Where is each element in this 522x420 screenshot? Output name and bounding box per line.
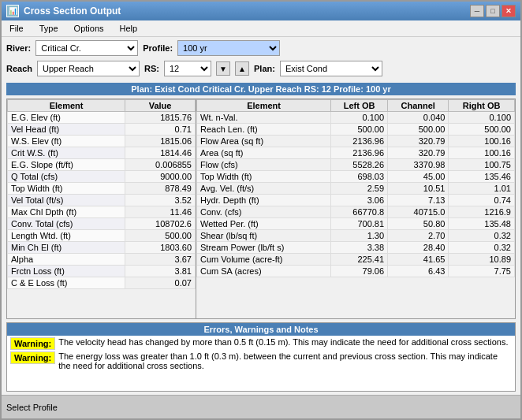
menu-help[interactable]: Help [115, 22, 143, 35]
right-row-value: 500.00 [388, 124, 449, 136]
left-row-value: 878.49 [125, 183, 196, 195]
right-row-value: 3.38 [331, 242, 388, 254]
errors-header: Errors, Warnings and Notes [7, 323, 515, 336]
table-row: E.G. Elev (ft)1815.76 [8, 112, 196, 124]
right-row-value: 45.00 [388, 171, 449, 183]
table-row: Vel Head (ft)0.71 [8, 124, 196, 136]
right-row-value: 10.51 [388, 183, 449, 195]
right-row-label: Cum SA (acres) [197, 266, 331, 277]
down-arrow-button[interactable]: ▼ [216, 61, 230, 76]
right-row-value: 320.79 [388, 136, 449, 147]
left-row-label: Max Chl Dpth (ft) [8, 206, 125, 218]
left-col-element: Element [8, 100, 125, 112]
right-row-value: 320.79 [388, 147, 449, 159]
right-row-value: 10.89 [449, 254, 515, 266]
right-row-value: 100.16 [449, 147, 515, 159]
left-row-value: 3.52 [125, 195, 196, 206]
left-row-value: 3.81 [125, 266, 196, 277]
left-row-value: 0.006855 [125, 159, 196, 171]
right-row-label: Hydr. Depth (ft) [197, 195, 331, 206]
content-area: Plan: Exist Cond Critical Cr. Upper Reac… [2, 80, 520, 395]
right-row-label: Area (sq ft) [197, 147, 331, 159]
left-row-value: 1815.76 [125, 112, 196, 124]
maximize-button[interactable]: □ [486, 5, 500, 17]
errors-body: Warning:The velocity head has changed by… [7, 336, 515, 391]
right-col-leftob: Left OB [331, 100, 388, 112]
table-row: Length Wtd. (ft)500.00 [8, 230, 196, 242]
table-row: Top Width (ft)698.0345.00135.46 [197, 171, 515, 183]
minimize-button[interactable]: ─ [470, 5, 484, 17]
left-row-value: 1814.46 [125, 147, 196, 159]
right-row-value: 2136.96 [331, 136, 388, 147]
river-select[interactable]: Critical Cr. [35, 40, 138, 56]
right-row-value: 700.81 [331, 218, 388, 230]
profile-select[interactable]: 100 yr [177, 40, 280, 56]
left-row-value: 9000.00 [125, 171, 196, 183]
left-row-value: 1815.06 [125, 136, 196, 147]
up-arrow-button[interactable]: ▲ [235, 61, 249, 76]
main-window: 📊 Cross Section Output ─ □ ✕ File Type O… [0, 0, 522, 420]
left-row-value: 500.00 [125, 230, 196, 242]
right-row-label: Wt. n-Val. [197, 112, 331, 124]
table-row: Area (sq ft)2136.96320.79100.16 [197, 147, 515, 159]
left-table[interactable]: Element Value E.G. Elev (ft)1815.76Vel H… [7, 99, 196, 318]
close-button[interactable]: ✕ [501, 5, 516, 17]
plan-header: Plan: Exist Cond Critical Cr. Upper Reac… [6, 83, 516, 95]
status-text: Select Profile [6, 403, 58, 412]
right-col-element: Element [197, 100, 331, 112]
left-row-label: Frctn Loss (ft) [8, 266, 125, 277]
right-row-value: 1.30 [331, 230, 388, 242]
table-row: Cum SA (acres)79.066.437.75 [197, 266, 515, 277]
plan-select[interactable]: Exist Cond [280, 61, 382, 76]
left-row-label: W.S. Elev (ft) [8, 136, 125, 147]
menu-bar: File Type Options Help [2, 20, 520, 37]
left-row-label: Vel Total (ft/s) [8, 195, 125, 206]
table-row: Alpha3.67 [8, 254, 196, 266]
left-row-label: E.G. Elev (ft) [8, 112, 125, 124]
left-row-value: 11.46 [125, 206, 196, 218]
right-row-value: 5528.26 [331, 159, 388, 171]
table-row: Avg. Vel. (ft/s)2.5910.511.01 [197, 183, 515, 195]
menu-options[interactable]: Options [69, 22, 109, 35]
menu-type[interactable]: Type [35, 22, 63, 35]
right-row-value: 1216.9 [449, 206, 515, 218]
right-row-value: 0.100 [331, 112, 388, 124]
right-row-label: Flow Area (sq ft) [197, 136, 331, 147]
menu-file[interactable]: File [5, 22, 28, 35]
right-row-label: Cum Volume (acre-ft) [197, 254, 331, 266]
right-table[interactable]: Element Left OB Channel Right OB Wt. n-V… [196, 99, 515, 318]
left-row-label: Conv. Total (cfs) [8, 218, 125, 230]
right-row-value: 0.32 [449, 230, 515, 242]
right-row-label: Flow (cfs) [197, 159, 331, 171]
bottom-area: Select Profile [2, 395, 520, 418]
right-row-value: 1.01 [449, 183, 515, 195]
warning-text: The velocity head has changed by more th… [58, 337, 508, 347]
right-row-label: Reach Len. (ft) [197, 124, 331, 136]
left-row-label: Q Total (cfs) [8, 171, 125, 183]
right-row-value: 40715.0 [388, 206, 449, 218]
main-table-area: Element Value E.G. Elev (ft)1815.76Vel H… [6, 98, 516, 319]
left-row-value: 1803.60 [125, 242, 196, 254]
table-row: Wt. n-Val.0.1000.0400.100 [197, 112, 515, 124]
rs-select[interactable]: 12 [164, 61, 211, 76]
toolbar: River: Critical Cr. Profile: 100 yr Reac… [2, 37, 520, 80]
table-row: Wetted Per. (ft)700.8150.80135.48 [197, 218, 515, 230]
right-row-value: 79.06 [331, 266, 388, 277]
warning-row: Warning:The velocity head has changed by… [10, 337, 512, 350]
table-row: Top Width (ft)878.49 [8, 183, 196, 195]
right-row-value: 3.06 [331, 195, 388, 206]
table-row: W.S. Elev (ft)1815.06 [8, 136, 196, 147]
right-row-value: 0.74 [449, 195, 515, 206]
window-controls: ─ □ ✕ [470, 5, 516, 17]
title-icon: 📊 [6, 5, 19, 17]
table-row: Flow (cfs)5528.263370.98100.75 [197, 159, 515, 171]
reach-select[interactable]: Upper Reach [37, 61, 140, 76]
table-row: Frctn Loss (ft)3.81 [8, 266, 196, 277]
table-row: Flow Area (sq ft)2136.96320.79100.16 [197, 136, 515, 147]
left-row-label: Min Ch El (ft) [8, 242, 125, 254]
right-data-table: Element Left OB Channel Right OB Wt. n-V… [196, 99, 515, 277]
right-row-value: 28.40 [388, 242, 449, 254]
table-row: Shear (lb/sq ft)1.302.700.32 [197, 230, 515, 242]
right-row-value: 0.32 [449, 242, 515, 254]
right-row-value: 0.100 [449, 112, 515, 124]
